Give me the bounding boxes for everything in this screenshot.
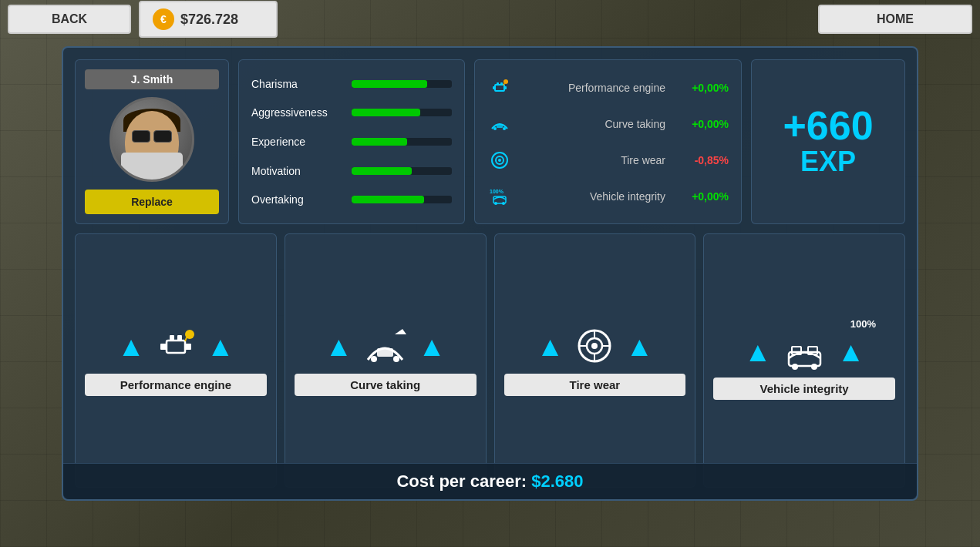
engine-upgrade-icon: [153, 325, 199, 367]
bottom-row: ▲ ▲ Performance engine ▲: [75, 233, 905, 488]
upgrade-card-curve[interactable]: ▲ ▲ Curve taking: [285, 233, 487, 488]
stat-bar-fill-motivation: [352, 167, 412, 175]
svg-point-9: [503, 127, 506, 130]
stat-row-motivation: Motivation: [251, 165, 452, 177]
driver-avatar: [109, 97, 194, 182]
svg-point-15: [494, 202, 497, 205]
arrow-up-left-engine: ▲: [117, 333, 145, 361]
stat-row-experience: Experience: [251, 136, 452, 148]
tire-upgrade-icons: ▲ ▲: [537, 325, 653, 367]
perf-value-engine: +0,00%: [675, 82, 729, 94]
svg-point-12: [498, 159, 501, 162]
cost-label: Cost per career:: [396, 471, 527, 491]
curve-upgrade-icons: ▲ ▲: [325, 325, 445, 367]
svg-rect-21: [177, 335, 182, 341]
arrow-up-right-curve: ▲: [418, 333, 446, 361]
curve-upgrade-icon: [360, 325, 410, 367]
svg-rect-4: [500, 82, 503, 85]
svg-rect-3: [497, 82, 499, 85]
arrow-up-right-vehicle: ▲: [837, 338, 865, 366]
engine-upgrade-icons: ▲ ▲: [117, 325, 234, 367]
exp-display: +660 EXP: [783, 106, 873, 178]
upgrade-label-tire: Tire wear: [504, 374, 686, 396]
arrow-up-left-vehicle: ▲: [744, 338, 772, 366]
vehicle-upgrade-icon: [780, 333, 830, 371]
tire-upgrade-icon: [571, 325, 618, 367]
currency-display: € $726.728: [139, 1, 278, 38]
arrow-up-left-tire: ▲: [537, 333, 564, 361]
perf-row-tire: Tire wear -0,85%: [487, 148, 729, 173]
driver-name: J. Smith: [85, 69, 219, 89]
svg-rect-25: [377, 348, 393, 357]
engine-icon: [487, 76, 512, 100]
stat-row-charisma: Charisma: [251, 78, 452, 90]
svg-text:100%: 100%: [490, 189, 504, 194]
stat-bar-fill-overtaking: [352, 196, 424, 203]
vehicle-integrity-icon: 100%: [487, 184, 512, 209]
svg-rect-7: [497, 124, 503, 128]
stat-bar-bg-charisma: [352, 80, 452, 88]
arrow-up-right-engine: ▲: [207, 333, 234, 361]
perf-row-curve: Curve taking +0,00%: [487, 112, 729, 136]
perf-label-tire: Tire wear: [521, 154, 665, 166]
glasses: [129, 130, 175, 144]
svg-point-39: [811, 364, 817, 370]
exp-label: EXP: [783, 146, 873, 178]
arrow-up-right-tire: ▲: [625, 333, 653, 361]
exp-panel: +660 EXP: [751, 59, 905, 224]
stat-bar-fill-aggressiveness: [352, 109, 420, 116]
replace-button[interactable]: Replace: [85, 190, 219, 214]
svg-point-26: [371, 356, 377, 362]
perf-row-vehicle: 100% Vehicle integrity +0,00%: [487, 184, 729, 209]
perf-value-tire: -0,85%: [675, 154, 729, 166]
svg-point-16: [502, 202, 505, 205]
vehicle-upgrade-icons: ▲ ▲: [744, 333, 864, 371]
curve-icon: [487, 112, 512, 136]
svg-point-8: [493, 127, 497, 130]
driver-card: J. Smith Replace: [75, 59, 229, 224]
stat-bar-bg-experience: [352, 138, 452, 146]
top-section: J. Smith Replace Charisma: [75, 59, 905, 224]
perf-label-engine: Performance engine: [521, 82, 665, 94]
stat-row-overtaking: Overtaking: [251, 193, 452, 206]
stat-label-charisma: Charisma: [251, 78, 344, 90]
tire-icon: [487, 148, 512, 173]
upgrade-card-engine[interactable]: ▲ ▲ Performance engine: [75, 233, 277, 488]
stat-bar-bg-motivation: [352, 167, 452, 175]
stat-label-overtaking: Overtaking: [251, 193, 344, 206]
stats-panel: Charisma Aggressiveness Experience Motiv…: [238, 59, 465, 224]
svg-rect-20: [170, 335, 174, 341]
back-button[interactable]: BACK: [8, 5, 131, 34]
currency-amount: $726.728: [180, 12, 238, 28]
svg-rect-1: [493, 86, 495, 89]
svg-rect-18: [160, 344, 167, 350]
svg-rect-17: [167, 341, 185, 353]
svg-rect-2: [504, 86, 507, 89]
exp-value: +660: [783, 106, 873, 146]
home-button[interactable]: HOME: [818, 5, 972, 34]
vehicle-pct: 100%: [850, 318, 876, 330]
svg-rect-19: [185, 344, 191, 350]
main-panel: J. Smith Replace Charisma: [62, 46, 918, 501]
svg-rect-0: [495, 85, 504, 91]
perf-label-vehicle: Vehicle integrity: [521, 190, 665, 203]
perf-row-engine: Performance engine +0,00%: [487, 76, 729, 100]
stat-row-aggressiveness: Aggressiveness: [251, 106, 452, 119]
upgrade-label-vehicle: Vehicle integrity: [713, 378, 895, 400]
cost-amount-val: $2.680: [531, 471, 583, 491]
svg-line-6: [503, 83, 504, 86]
stat-label-motivation: Motivation: [251, 165, 344, 177]
suit: [121, 153, 183, 180]
stat-label-aggressiveness: Aggressiveness: [251, 106, 344, 119]
cost-bar: Cost per career: $2.680: [63, 463, 917, 499]
stat-bar-bg-overtaking: [352, 196, 452, 203]
svg-point-30: [591, 343, 598, 349]
upgrade-card-tire[interactable]: ▲ ▲ Tire wear: [494, 233, 696, 488]
top-bar: BACK € $726.728 HOME: [0, 0, 980, 39]
lens-left: [132, 130, 150, 143]
svg-marker-24: [395, 329, 406, 334]
upgrade-card-vehicle[interactable]: 100% ▲ ▲ Vehicle integrity: [703, 233, 905, 488]
stat-bar-fill-charisma: [352, 80, 427, 88]
stat-bar-fill-experience: [352, 138, 407, 146]
upgrade-label-engine: Performance engine: [85, 374, 267, 396]
